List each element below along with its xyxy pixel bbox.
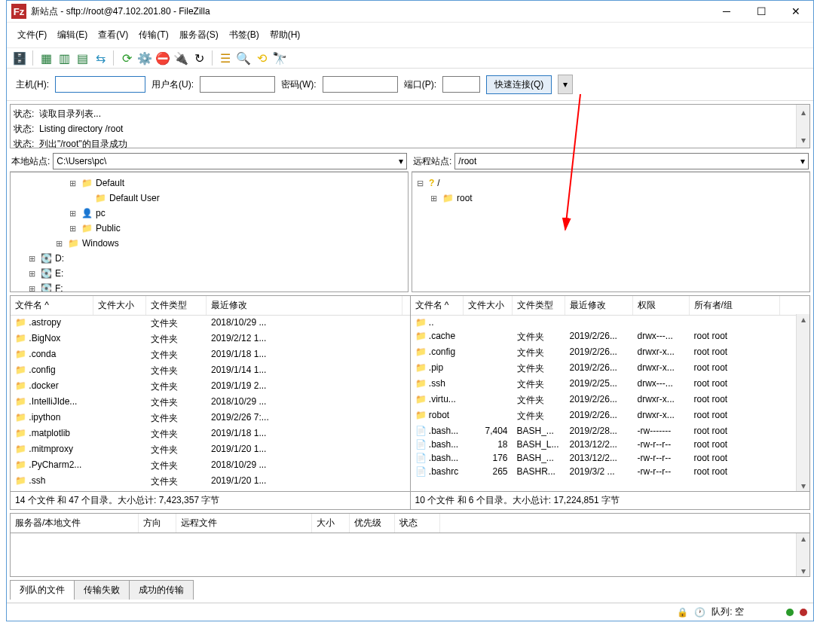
list-item[interactable]: 📁 .config文件夹2019/2/26...drwxr-x...root r… (411, 345, 810, 361)
tab-queued[interactable]: 列队的文件 (10, 580, 75, 600)
list-item[interactable]: 📄 .bashrc265BASHR...2019/3/2 ...-rw-r--r… (411, 465, 810, 478)
column-header[interactable]: 文件类型 (146, 296, 207, 315)
list-item[interactable]: 📄 .bash...176BASH_...2013/12/2...-rw-r--… (411, 451, 810, 465)
menu-help[interactable]: 帮助(H) (265, 26, 305, 44)
toggle-tree-icon[interactable]: ▥ (56, 50, 72, 66)
list-item[interactable]: 📄 .bash...18BASH_L...2013/12/2...-rw-r--… (411, 438, 810, 451)
list-item[interactable]: 📁 .PyCharm2...文件夹2018/10/29 ... (11, 458, 410, 474)
list-item[interactable]: 📁 robot文件夹2019/2/26...drwxr-x...root roo… (411, 408, 810, 424)
column-header[interactable]: 权限 (633, 296, 690, 315)
title-bar: Fz 新站点 - sftp://root@47.102.201.80 - Fil… (7, 1, 813, 23)
toggle-queue-icon[interactable]: ▤ (74, 50, 90, 66)
list-item[interactable]: 📁 .docker文件夹2019/1/19 2... (11, 379, 410, 395)
port-label: 端口(P): (404, 78, 436, 91)
tree-item[interactable]: ⊞📁 Default (15, 175, 403, 191)
column-header[interactable]: 文件类型 (513, 296, 565, 315)
led-green (786, 609, 794, 616)
menu-server[interactable]: 服务器(S) (175, 26, 223, 44)
tab-success[interactable]: 成功的传输 (129, 580, 194, 600)
column-header[interactable]: 状态 (395, 514, 440, 533)
menu-edit[interactable]: 编辑(E) (53, 26, 92, 44)
filter-icon[interactable]: ☰ (217, 50, 234, 66)
queue-body[interactable]: ▴▾ (10, 533, 810, 577)
list-item[interactable]: 📁 .cache文件夹2019/2/26...drwx---...root ro… (411, 329, 810, 345)
column-header[interactable]: 方向 (139, 514, 176, 533)
log-pane[interactable]: 状态: 读取目录列表... 状态: Listing directory /roo… (10, 104, 810, 148)
column-header[interactable]: 优先级 (350, 514, 395, 533)
tab-failed[interactable]: 传输失败 (74, 580, 130, 600)
remote-path-combo[interactable]: /root▾ (454, 153, 809, 169)
list-item[interactable]: 📁 .virtu...文件夹2019/2/26...drwxr-x...root… (411, 392, 810, 408)
tree-item[interactable]: ⊟? / (417, 175, 805, 191)
maximize-button[interactable]: ☐ (744, 1, 779, 22)
toggle-log-icon[interactable]: ▦ (38, 50, 54, 66)
minimize-button[interactable]: ─ (709, 1, 744, 22)
tree-item[interactable]: ⊞👤 pc (15, 206, 403, 221)
column-header[interactable]: 文件名 ^ (11, 296, 93, 315)
menu-view[interactable]: 查看(V) (93, 26, 133, 44)
column-header[interactable]: 文件名 ^ (411, 296, 464, 315)
quick-connect-button[interactable]: 快速连接(Q) (486, 75, 552, 94)
list-item[interactable]: 📁 .ipython文件夹2019/2/26 7:... (11, 411, 410, 426)
menu-transfer[interactable]: 传输(T) (134, 26, 173, 44)
queue-tabs: 列队的文件 传输失败 成功的传输 (10, 580, 810, 600)
local-tree[interactable]: ⊞📁 Default📁 Default User⊞👤 pc⊞📁 Public⊞📁… (10, 172, 409, 292)
tree-item[interactable]: ⊞📁 root (417, 191, 805, 206)
column-header[interactable]: 大小 (312, 514, 350, 533)
quick-connect-dropdown[interactable]: ▾ (558, 75, 573, 94)
tree-item[interactable]: ⊞📁 Public (15, 221, 403, 236)
toggle-sync-icon[interactable]: ⟲ (253, 50, 270, 66)
column-header[interactable]: 文件大小 (93, 296, 146, 315)
menu-bookmark[interactable]: 书签(B) (225, 26, 264, 44)
remote-tree[interactable]: ⊟? /⊞📁 root (412, 172, 810, 292)
status-bar: 🔒 🕐 队列: 空 (7, 603, 813, 621)
list-item[interactable]: 📁 .ssh文件夹2019/2/25...drwx---...root root (411, 377, 810, 392)
local-summary: 14 个文件 和 47 个目录。大小总计: 7,423,357 字节 (11, 491, 410, 509)
refresh-icon[interactable]: ⟳ (118, 50, 135, 66)
scrollbar[interactable]: ▴▾ (796, 533, 809, 576)
list-item[interactable]: 📁 .. (411, 316, 810, 329)
list-item[interactable]: 📁 .pip文件夹2019/2/26...drwxr-x...root root (411, 361, 810, 377)
list-item[interactable]: 📄 .bash...7,404BASH_...2019/2/28...-rw--… (411, 424, 810, 438)
process-queue-icon[interactable]: ⚙️ (136, 50, 153, 66)
port-input[interactable] (442, 76, 480, 93)
queue-header: 服务器/本地文件方向远程文件大小优先级状态 (10, 513, 810, 533)
sync-browse-icon[interactable]: ⇆ (92, 50, 109, 66)
host-input[interactable] (55, 76, 145, 93)
column-header[interactable]: 服务器/本地文件 (11, 514, 139, 533)
tree-item[interactable]: 📁 Default User (15, 191, 403, 206)
tree-item[interactable]: ⊞📁 Windows (15, 236, 403, 251)
menu-file[interactable]: 文件(F) (13, 26, 51, 44)
user-input[interactable] (200, 76, 275, 93)
tree-item[interactable]: ⊞💽 F: (15, 281, 403, 292)
pass-input[interactable] (323, 76, 398, 93)
column-header[interactable]: 所有者/组 (690, 296, 780, 315)
column-header[interactable]: 最近修改 (207, 296, 402, 315)
sitemanager-icon[interactable]: 🗄️ (11, 50, 28, 66)
tree-item[interactable]: ⊞💽 E: (15, 266, 403, 281)
compare-icon[interactable]: 🔍 (235, 50, 252, 66)
column-header[interactable]: 远程文件 (176, 514, 312, 533)
cancel-icon[interactable]: ⛔ (155, 50, 171, 66)
local-file-list[interactable]: 文件名 ^文件大小文件类型最近修改 📁 .astropy文件夹2018/10/2… (11, 296, 411, 509)
list-item[interactable]: 📁 .mitmproxy文件夹2019/1/20 1... (11, 442, 410, 458)
local-path-combo[interactable]: C:\Users\pc\▾ (53, 153, 407, 169)
column-header[interactable]: 文件大小 (464, 296, 513, 315)
list-item[interactable]: 📁 .conda文件夹2019/1/18 1... (11, 347, 410, 363)
close-button[interactable]: ✕ (779, 1, 813, 22)
remote-file-list[interactable]: 文件名 ^文件大小文件类型最近修改权限所有者/组 📁 ..📁 .cache文件夹… (411, 296, 810, 509)
list-item[interactable]: 📁 .matplotlib文件夹2019/1/18 1... (11, 426, 410, 442)
disconnect-icon[interactable]: 🔌 (173, 50, 189, 66)
list-item[interactable]: 📁 .astropy文件夹2018/10/29 ... (11, 316, 410, 331)
list-item[interactable]: 📁 .config文件夹2019/1/14 1... (11, 363, 410, 379)
list-item[interactable]: 📁 .BigNox文件夹2019/2/12 1... (11, 331, 410, 347)
scrollbar[interactable]: ▴▾ (796, 105, 809, 148)
host-label: 主机(H): (16, 78, 49, 91)
list-item[interactable]: 📁 .IntelliJIde...文件夹2018/10/29 ... (11, 395, 410, 411)
find-icon[interactable]: 🔭 (271, 50, 288, 66)
tree-item[interactable]: ⊞💽 D: (15, 251, 403, 266)
column-header[interactable]: 最近修改 (565, 296, 633, 315)
list-item[interactable]: 📁 .ssh文件夹2019/1/20 1... (11, 474, 410, 490)
scrollbar[interactable]: ▴▾ (796, 314, 809, 491)
reconnect-icon[interactable]: ↻ (191, 50, 207, 66)
